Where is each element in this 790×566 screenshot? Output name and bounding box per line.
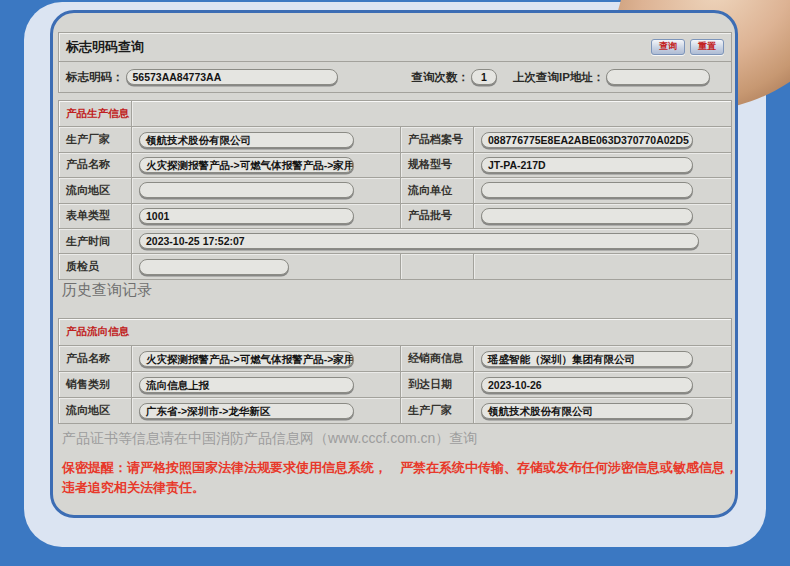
sales-type-row: 销售类别 流向信息上报 到达日期 2023-10-26 [59, 371, 731, 397]
manufacturer-input[interactable]: 领航技术股份有限公司 [139, 132, 354, 148]
field-label: 流向地区 [59, 398, 131, 423]
product-file-no-input[interactable]: 088776775E8EA2ABE063D370770A02D5 [481, 132, 693, 148]
field-label: 产品名称 [59, 346, 131, 371]
cert-info-note: 产品证书等信息请在中国消防产品信息网（www.cccf.com.cn）查询 [62, 430, 477, 448]
field-label: 生产厂家 [400, 398, 473, 423]
code-label: 标志明码： [66, 70, 124, 85]
flow-product-name-input[interactable]: 火灾探测报警产品->可燃气体报警产品->家用可燃气体探测 [139, 351, 354, 367]
field-label: 经销商信息 [400, 346, 473, 371]
search-row: 标志明码： 56573AA84773AA 查询次数： 1 上次查询IP地址： [59, 61, 731, 92]
production-time-input[interactable]: 2023-10-25 17:52:07 [139, 233, 699, 249]
field-label: 规格型号 [400, 153, 473, 177]
flow-region-row: 流向地区 流向单位 [59, 177, 731, 202]
flow-region2-row: 流向地区 广东省->深圳市->龙华新区 生产厂家 领航技术股份有限公司 [59, 397, 731, 423]
field-label: 流向单位 [400, 178, 473, 202]
field-label: 生产时间 [59, 229, 131, 253]
production-info-table: 产品生产信息 生产厂家 领航技术股份有限公司 产品档案号 088776775E8… [58, 100, 732, 280]
main-panel: 标志明码查询 查询 重置 标志明码： 56573AA84773AA 查询次数： … [50, 10, 738, 518]
field-label: 销售类别 [59, 372, 131, 397]
model-input[interactable]: JT-PA-217D [481, 157, 693, 173]
batch-no-input[interactable] [481, 208, 693, 224]
field-label: 产品批号 [400, 204, 473, 228]
inspector-row: 质检员 [59, 253, 731, 278]
flow-info-header: 产品流向信息 [66, 325, 129, 339]
dealer-info-input[interactable]: 瑶盛智能（深圳）集团有限公司 [481, 351, 693, 367]
flow-manufacturer-input[interactable]: 领航技术股份有限公司 [481, 403, 693, 419]
page-title: 标志明码查询 [66, 38, 144, 56]
query-button[interactable]: 查询 [651, 39, 685, 55]
field-label: 产品档案号 [400, 127, 473, 151]
flow-product-name-row: 产品名称 火灾探测报警产品->可燃气体报警产品->家用可燃气体探测 经销商信息 … [59, 345, 731, 371]
last-ip-input [606, 69, 710, 85]
production-time-row: 生产时间 2023-10-25 17:52:07 [59, 228, 731, 253]
last-ip-label: 上次查询IP地址： [513, 70, 604, 85]
table-header-row: 产品生产信息 [59, 101, 731, 126]
production-info-header: 产品生产信息 [66, 107, 129, 121]
flow-info-table: 产品流向信息 产品名称 火灾探测报警产品->可燃气体报警产品->家用可燃气体探测… [58, 318, 732, 424]
query-count-label: 查询次数： [412, 70, 470, 85]
flow-region-input[interactable] [139, 182, 354, 198]
field-label: 到达日期 [400, 372, 473, 397]
manufacturer-row: 生产厂家 领航技术股份有限公司 产品档案号 088776775E8EA2ABE0… [59, 126, 731, 151]
field-label: 表单类型 [59, 204, 131, 228]
form-type-row: 表单类型 1001 产品批号 [59, 203, 731, 228]
inspector-input[interactable] [139, 259, 289, 275]
title-row: 标志明码查询 查询 重置 [59, 33, 731, 61]
security-warning: 保密提醒：请严格按照国家法律法规要求使用信息系统， 严禁在系统中传输、存储或发布… [62, 458, 740, 498]
query-count-value: 1 [471, 69, 497, 85]
reset-button[interactable]: 重置 [690, 39, 724, 55]
field-label: 流向地区 [59, 178, 131, 202]
form-type-input[interactable]: 1001 [139, 208, 354, 224]
flow-region2-input[interactable]: 广东省->深圳市->龙华新区 [139, 403, 354, 419]
field-label: 质检员 [59, 254, 131, 278]
product-name-row: 产品名称 火灾探测报警产品->可燃气体报警产品->家用可燃气体探测 规格型号 J… [59, 152, 731, 177]
flow-unit-input[interactable] [481, 182, 693, 198]
product-name-input[interactable]: 火灾探测报警产品->可燃气体报警产品->家用可燃气体探测 [139, 157, 354, 173]
field-label: 产品名称 [59, 153, 131, 177]
sales-type-input[interactable]: 流向信息上报 [139, 377, 354, 393]
history-query-title: 历史查询记录 [62, 281, 152, 300]
field-label: 生产厂家 [59, 127, 131, 151]
toolbar: 查询 重置 [651, 39, 724, 55]
table-header-row: 产品流向信息 [59, 319, 731, 345]
query-box: 标志明码查询 查询 重置 标志明码： 56573AA84773AA 查询次数： … [58, 32, 732, 93]
arrival-date-input[interactable]: 2023-10-26 [481, 377, 693, 393]
code-input[interactable]: 56573AA84773AA [126, 69, 338, 85]
